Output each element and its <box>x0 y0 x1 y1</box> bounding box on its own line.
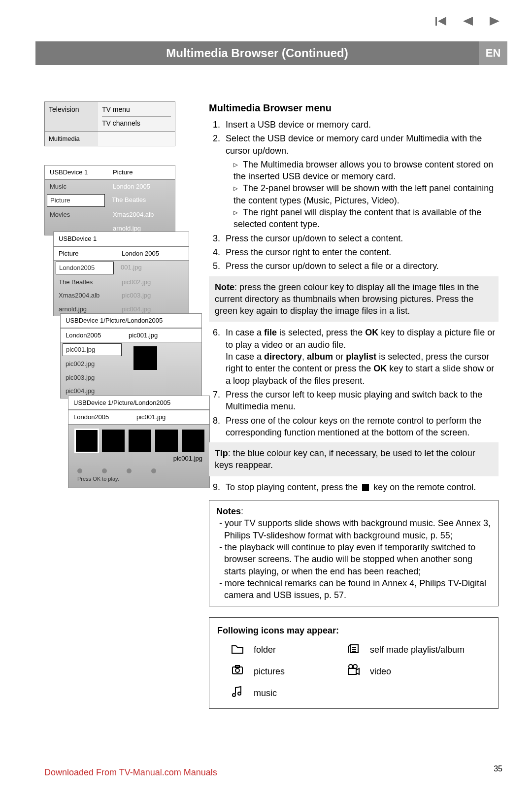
list-item: Xmas2004.alb <box>54 289 117 302</box>
step: Insert a USB device or memory card. <box>223 119 499 131</box>
screenshot-thumbnails: USBDevice 1/Picture/London2005 London200… <box>68 396 210 488</box>
icon-label: self made playlist/album <box>370 644 490 656</box>
note-item: more technical remarks can be found in A… <box>219 577 491 601</box>
video-icon <box>347 664 365 679</box>
list-item: pic003.jpg <box>117 289 189 302</box>
multimedia-label: Multimedia <box>45 132 98 146</box>
step-text: Select the USB device or memory card und… <box>226 133 482 155</box>
section-heading: Multimedia Browser menu <box>209 101 499 115</box>
note-item: the playback will continue to play even … <box>219 541 491 577</box>
page-title: Multimedia Browser (Continued) <box>35 41 479 65</box>
hint-text: Press OK to play. <box>68 475 209 488</box>
svg-marker-1 <box>438 17 446 26</box>
step: Select the USB device or memory card und… <box>223 133 499 230</box>
list-item-selected: pic001.jpg <box>63 343 122 356</box>
svg-rect-11 <box>348 668 356 674</box>
svg-point-9 <box>235 668 239 672</box>
breadcrumb: USBDevice 1 <box>54 232 189 246</box>
thumbnail-icon <box>155 430 178 452</box>
list-item: pic002.jpg <box>117 275 189 289</box>
tip-box: Tip: the blue colour key can, if necessa… <box>209 442 499 476</box>
music-icon <box>231 685 249 701</box>
crumb-right: pic001.jpg <box>124 329 201 342</box>
thumbnail-icon <box>129 430 151 452</box>
notes-box: Notes: your TV supports slide shows with… <box>209 500 499 606</box>
pager-nav <box>435 16 501 30</box>
icon-label: video <box>370 665 490 677</box>
list-item: Xmas2004.alb <box>108 208 175 222</box>
substep: The right panel will display the content… <box>233 206 499 231</box>
list-item: The Beatles <box>54 275 117 289</box>
folder-icon <box>231 642 249 658</box>
prev-track-icon[interactable] <box>435 16 450 30</box>
list-item-selected: Picture <box>47 194 105 207</box>
icon-label: music <box>254 687 342 699</box>
color-key-icon <box>151 468 156 473</box>
tv-channels-item: TV channels <box>102 116 171 128</box>
screenshot-picture-dir: USBDevice 1 Picture London 2005 London20… <box>53 232 189 316</box>
breadcrumb: USBDevice 1/Picture/London2005 <box>61 314 201 328</box>
list-item: London 2005 <box>108 180 175 194</box>
page-number: 35 <box>494 764 502 774</box>
color-key-icon <box>102 468 107 473</box>
tv-label: Television <box>45 102 98 131</box>
crumb-left: London2005 <box>61 329 124 342</box>
crumb-left: Picture <box>54 247 117 261</box>
step: Press the cursor left to keep music play… <box>223 389 499 413</box>
tip-text: the blue colour key can, if necessary, b… <box>215 448 475 470</box>
color-key-icon <box>77 468 82 473</box>
step: In case a file is selected, press the OK… <box>223 327 499 386</box>
thumbnail-icon <box>133 346 157 370</box>
substep: The 2-panel browser will be shown with t… <box>233 182 499 206</box>
list-item: Movies <box>45 208 108 222</box>
icons-heading: Following icons may appear: <box>217 625 490 636</box>
usb-head-left: USBDevice 1 <box>45 166 108 179</box>
thumbnail-icon <box>75 430 98 452</box>
next-icon[interactable] <box>487 16 501 30</box>
stop-icon <box>362 484 369 491</box>
step: Press the cursor up/down to select a fil… <box>223 260 499 272</box>
note-box: Note: press the green colour key to disp… <box>209 276 499 322</box>
list-item: The Beatles <box>107 193 175 208</box>
substep: The Multimedia browser allows you to bro… <box>233 159 499 183</box>
pictures-icon <box>231 664 249 679</box>
instructions-column: Multimedia Browser menu Insert a USB dev… <box>209 101 499 709</box>
icons-legend: Following icons may appear: folder self … <box>209 617 499 708</box>
screenshot-tv-menu: Television TV menu TV channels Multimedi… <box>44 101 175 146</box>
thumbnail-icon <box>102 430 125 452</box>
usb-head-right: Picture <box>108 166 175 179</box>
screenshot-file-list: USBDevice 1/Picture/London2005 London200… <box>60 313 202 398</box>
step: To stop playing content, press the key o… <box>223 481 499 493</box>
svg-marker-2 <box>463 17 473 26</box>
thumbnail-caption: pic001.jpg <box>68 454 209 466</box>
svg-point-13 <box>353 665 357 668</box>
crumb-right: pic001.jpg <box>132 410 209 424</box>
screenshot-usb-root: USBDevice 1 Picture MusicLondon 2005 Pic… <box>44 165 175 235</box>
crumb-right: London 2005 <box>117 247 189 261</box>
note-text: press the green colour key to display al… <box>215 282 479 316</box>
note-item: your TV supports slide shows with backgr… <box>219 517 491 541</box>
step: Press the cursor up/down to select a con… <box>223 233 499 244</box>
svg-marker-3 <box>490 17 499 26</box>
screenshots-column: Television TV menu TV channels Multimedi… <box>44 101 197 488</box>
thumbnail-icon <box>182 430 204 452</box>
tv-menu-item: TV menu <box>102 105 171 114</box>
color-key-icon <box>127 468 132 473</box>
step: Press one of the colour keys on the remo… <box>223 415 499 439</box>
step: Press the cursor right to enter the cont… <box>223 246 499 258</box>
list-item: pic002.jpg <box>61 357 124 371</box>
crumb-left: London2005 <box>68 410 132 424</box>
playlist-icon <box>347 642 365 658</box>
list-item-selected: London2005 <box>56 262 114 274</box>
list-item: pic003.jpg <box>61 371 124 385</box>
prev-icon[interactable] <box>461 16 476 30</box>
svg-rect-0 <box>435 17 437 26</box>
language-badge: EN <box>479 41 507 65</box>
notes-heading: Notes <box>216 506 241 516</box>
list-item: 001.jpg <box>116 261 189 275</box>
icon-label: pictures <box>254 665 342 677</box>
breadcrumb: USBDevice 1/Picture/London2005 <box>68 396 209 410</box>
icon-label: folder <box>254 644 342 656</box>
download-source: Downloaded From TV-Manual.com Manuals <box>44 766 217 778</box>
list-item: Music <box>45 180 108 194</box>
